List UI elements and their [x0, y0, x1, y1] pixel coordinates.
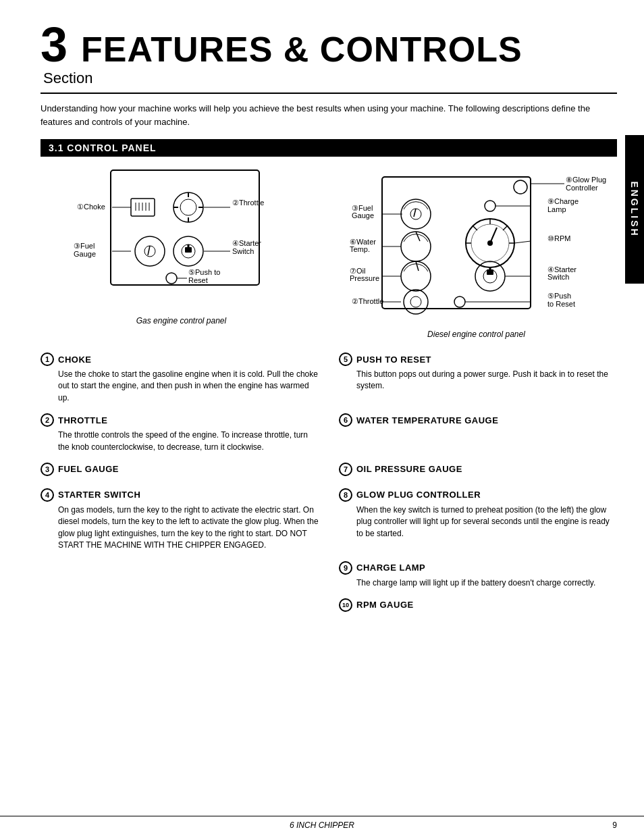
svg-text:Switch: Switch — [547, 273, 569, 281]
feature-number-9: 9 — [339, 561, 352, 575]
feature-desc-charge-lamp: The charge lamp will light up if the bat… — [339, 577, 617, 589]
feature-title-starter-switch: STARTER SWITCH — [58, 490, 140, 500]
feature-number-10: 10 — [339, 598, 352, 612]
feature-rpm-gauge: 10 RPM GAUGE — [339, 598, 617, 615]
svg-text:④Starter: ④Starter — [232, 239, 261, 247]
feature-empty-1 — [41, 561, 319, 589]
svg-line-69 — [416, 261, 419, 271]
feature-title-push-reset: PUSH TO RESET — [356, 355, 431, 365]
svg-rect-26 — [185, 247, 192, 253]
svg-line-59 — [503, 226, 507, 230]
svg-point-38 — [514, 180, 527, 194]
feature-glow-plug: 8 GLOW PLUG CONTROLLER When the key swit… — [339, 488, 617, 552]
section-subtitle: Section — [41, 70, 617, 87]
svg-text:⑤Push: ⑤Push — [547, 292, 571, 300]
svg-text:⑧Glow Plug: ⑧Glow Plug — [566, 176, 606, 184]
svg-text:Gauge: Gauge — [74, 250, 96, 258]
svg-text:Gauge: Gauge — [352, 211, 374, 219]
feature-title-throttle: THROTTLE — [58, 415, 107, 425]
feature-throttle: 2 THROTTLE The throttle controls the spe… — [41, 413, 319, 453]
footer-page-number: 9 — [612, 820, 617, 830]
svg-text:Switch: Switch — [232, 247, 254, 255]
svg-point-52 — [401, 232, 431, 261]
svg-line-44 — [414, 209, 416, 217]
svg-rect-72 — [487, 269, 493, 275]
svg-text:⑤Push to: ⑤Push to — [188, 268, 220, 276]
diesel-panel-svg: ⑧Glow Plug Controller ③Fuel Gauge — [348, 163, 605, 325]
header-divider — [41, 93, 617, 94]
feature-desc-throttle: The throttle controls the speed of the e… — [41, 429, 319, 453]
features-section: 1 CHOKE Use the choke to start the gasol… — [0, 339, 644, 624]
feature-fuel-gauge: 3 FUEL GAUGE — [41, 463, 319, 479]
feature-desc-choke: Use the choke to start the gasoline engi… — [41, 369, 319, 404]
feature-push-reset: 5 PUSH TO RESET This button pops out dur… — [339, 353, 617, 404]
feature-title-glow-plug: GLOW PLUG CONTROLLER — [356, 490, 481, 500]
footer-center-text: 6 INCH CHIPPER — [290, 820, 354, 830]
svg-point-79 — [404, 290, 428, 314]
svg-line-22 — [148, 246, 150, 255]
svg-point-68 — [401, 261, 431, 291]
feature-number-2: 2 — [41, 413, 54, 427]
svg-point-62 — [487, 240, 493, 246]
diesel-panel-caption: Diesel engine control panel — [427, 330, 525, 339]
feature-title-choke: CHOKE — [58, 355, 91, 365]
feature-title-charge-lamp: CHARGE LAMP — [356, 563, 425, 573]
diesel-panel-container: ⑧Glow Plug Controller ③Fuel Gauge — [336, 163, 617, 339]
gas-panel-container: ①Choke ②Thro — [41, 163, 322, 325]
feature-water-temp: 6 WATER TEMPERATURE GAUGE — [339, 413, 617, 453]
feature-number-5: 5 — [339, 353, 352, 366]
feature-desc-push-reset: This button pops out during a power surg… — [339, 369, 617, 392]
english-label: ENGLISH — [629, 181, 640, 237]
svg-text:Temp.: Temp. — [350, 245, 370, 253]
svg-line-64 — [514, 241, 531, 243]
svg-point-30 — [166, 273, 177, 284]
svg-point-10 — [180, 199, 196, 215]
feature-empty-2 — [41, 598, 319, 615]
feature-oil-pressure: 7 OIL PRESSURE GAUGE — [339, 463, 617, 479]
english-sidebar: ENGLISH — [625, 135, 644, 284]
svg-rect-0 — [111, 170, 259, 285]
svg-point-81 — [454, 296, 465, 307]
feature-desc-starter-switch: On gas models, turn the key to the right… — [41, 504, 319, 552]
svg-text:to Reset: to Reset — [547, 300, 575, 308]
svg-rect-34 — [382, 177, 531, 309]
feature-title-oil-pressure: OIL PRESSURE GAUGE — [356, 464, 462, 474]
svg-text:Pressure: Pressure — [350, 274, 379, 282]
svg-text:⑩RPM: ⑩RPM — [547, 234, 570, 242]
section-main-title: FEATURES & CONTROLS — [81, 29, 522, 70]
gas-panel-svg: ①Choke ②Thro — [70, 163, 293, 312]
feature-number-8: 8 — [339, 488, 352, 502]
header-area: 3 FEATURES & CONTROLS Section — [0, 0, 644, 87]
feature-number-7: 7 — [339, 463, 352, 476]
feature-starter-switch: 4 STARTER SWITCH On gas models, turn the… — [41, 488, 319, 552]
svg-text:Controller: Controller — [566, 184, 598, 192]
feature-desc-glow-plug: When the key switch is turned to preheat… — [339, 504, 617, 540]
section-number: 3 — [41, 20, 68, 69]
intro-text: Understanding how your machine works wil… — [0, 102, 644, 139]
feature-title-rpm-gauge: RPM GAUGE — [356, 600, 414, 610]
svg-text:③Fuel: ③Fuel — [74, 242, 95, 250]
feature-choke: 1 CHOKE Use the choke to start the gasol… — [41, 353, 319, 404]
svg-point-80 — [410, 296, 421, 307]
svg-point-42 — [401, 199, 431, 229]
svg-text:②Throttle: ②Throttle — [352, 297, 383, 305]
feature-title-water-temp: WATER TEMPERATURE GAUGE — [356, 415, 498, 425]
svg-text:①Choke: ①Choke — [77, 203, 105, 211]
svg-point-70 — [475, 261, 505, 291]
svg-line-53 — [416, 232, 420, 241]
feature-number-6: 6 — [339, 413, 352, 427]
svg-text:Lamp: Lamp — [547, 205, 566, 213]
svg-text:Reset: Reset — [188, 276, 208, 284]
svg-text:②Throttle: ②Throttle — [232, 199, 264, 207]
page-footer: 6 INCH CHIPPER 9 — [0, 816, 644, 834]
feature-number-4: 4 — [41, 488, 54, 502]
control-panel-heading: 3.1 CONTROL PANEL — [41, 139, 617, 157]
feature-title-fuel-gauge: FUEL GAUGE — [58, 464, 119, 474]
svg-point-20 — [135, 236, 165, 266]
feature-number-3: 3 — [41, 463, 54, 476]
gas-panel-caption: Gas engine control panel — [136, 316, 226, 325]
feature-number-1: 1 — [41, 353, 54, 366]
section-title-row: 3 FEATURES & CONTROLS — [41, 20, 617, 70]
svg-text:⑨Charge: ⑨Charge — [547, 197, 579, 205]
feature-charge-lamp: 9 CHARGE LAMP The charge lamp will light… — [339, 561, 617, 589]
